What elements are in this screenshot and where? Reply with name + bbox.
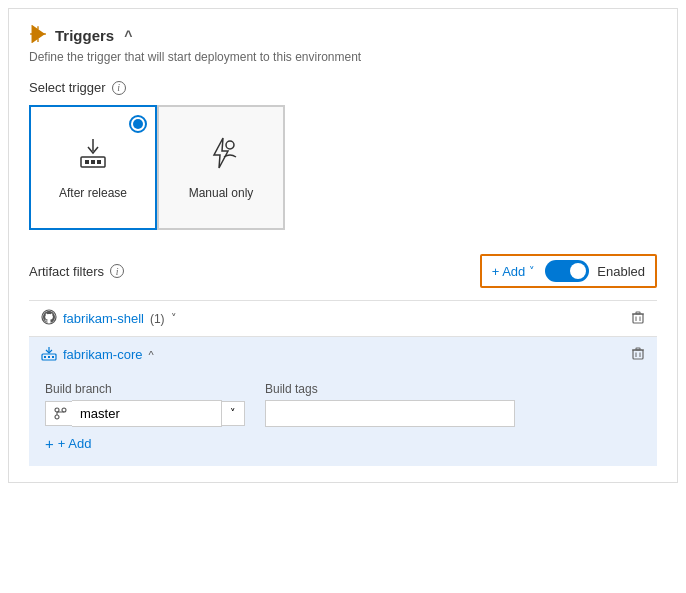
branch-icon [45, 401, 72, 426]
triggers-title: Triggers [55, 27, 114, 44]
trigger-option-manual-only[interactable]: Manual only [157, 105, 285, 230]
fabrikam-core-name[interactable]: fabrikam-core [63, 347, 142, 362]
build-tags-group: Build tags [265, 382, 515, 427]
svg-rect-16 [52, 356, 54, 358]
build-fields-row: Build branch ˅ Build tags [45, 382, 641, 427]
after-release-label: After release [59, 186, 127, 200]
build-icon [41, 345, 57, 364]
svg-rect-8 [633, 314, 643, 323]
build-branch-input-row: ˅ [45, 400, 245, 427]
fabrikam-shell-delete[interactable] [631, 310, 645, 327]
select-trigger-label: Select trigger [29, 80, 106, 95]
artifact-row-left-core: fabrikam-core ^ [41, 345, 154, 364]
enabled-toggle[interactable] [545, 260, 589, 282]
manual-only-label: Manual only [189, 186, 254, 200]
svg-rect-3 [97, 160, 101, 164]
artifact-filters-label: Artifact filters [29, 264, 104, 279]
add-filter-label: + Add [492, 264, 526, 279]
manual-only-icon [203, 135, 239, 178]
svg-rect-1 [85, 160, 89, 164]
svg-rect-2 [91, 160, 95, 164]
build-tags-input[interactable] [265, 400, 515, 427]
build-branch-label: Build branch [45, 382, 245, 396]
svg-rect-15 [48, 356, 50, 358]
artifact-row-fabrikam-shell: fabrikam-shell (1) ˅ [29, 300, 657, 336]
svg-rect-20 [636, 348, 640, 350]
trigger-option-after-release[interactable]: After release [29, 105, 157, 230]
add-artifact-label: + Add [58, 436, 92, 451]
add-filter-button[interactable]: + Add ˅ [492, 264, 536, 279]
add-filter-chevron: ˅ [529, 265, 535, 278]
artifact-filters-info[interactable]: i [110, 264, 124, 278]
triggers-subtitle: Define the trigger that will start deplo… [29, 50, 657, 64]
toggle-label: Enabled [597, 264, 645, 279]
build-tags-label: Build tags [265, 382, 515, 396]
artifact-filters-label-row: Artifact filters i [29, 264, 124, 279]
svg-rect-18 [633, 350, 643, 359]
svg-marker-5 [214, 138, 228, 168]
triggers-header: Triggers ^ [29, 25, 657, 46]
build-branch-input[interactable] [72, 400, 222, 427]
github-icon [41, 309, 57, 328]
select-trigger-info[interactable]: i [112, 81, 126, 95]
after-release-radio [129, 115, 147, 133]
build-branch-dropdown[interactable]: ˅ [222, 401, 245, 426]
svg-point-6 [226, 141, 234, 149]
trigger-options: After release Manual only [29, 105, 657, 230]
fabrikam-core-delete[interactable] [631, 346, 645, 363]
svg-rect-14 [44, 356, 46, 358]
fabrikam-shell-name[interactable]: fabrikam-shell [63, 311, 144, 326]
add-plus-icon: + [45, 435, 54, 452]
after-release-radio-inner [133, 119, 143, 129]
svg-point-23 [55, 408, 59, 412]
add-artifact-link[interactable]: + + Add [45, 435, 641, 452]
svg-rect-10 [636, 312, 640, 314]
fabrikam-core-expanded: Build branch ˅ Build tags [29, 372, 657, 466]
triggers-icon [29, 25, 47, 46]
svg-point-25 [62, 408, 66, 412]
fabrikam-shell-chevron[interactable]: ˅ [171, 312, 177, 325]
triggers-collapse-btn[interactable]: ^ [124, 28, 132, 44]
artifact-filters-actions: + Add ˅ Enabled [480, 254, 657, 288]
artifact-filters-header: Artifact filters i + Add ˅ Enabled [29, 254, 657, 288]
svg-point-24 [55, 415, 59, 419]
build-branch-group: Build branch ˅ [45, 382, 245, 427]
artifact-row-fabrikam-core: fabrikam-core ^ [29, 336, 657, 372]
fabrikam-core-chevron[interactable]: ^ [148, 349, 153, 361]
fabrikam-shell-count: (1) [150, 312, 165, 326]
after-release-icon [75, 135, 111, 178]
toggle-container: Enabled [545, 260, 645, 282]
artifact-row-left-shell: fabrikam-shell (1) ˅ [41, 309, 177, 328]
select-trigger-label-row: Select trigger i [29, 80, 657, 95]
